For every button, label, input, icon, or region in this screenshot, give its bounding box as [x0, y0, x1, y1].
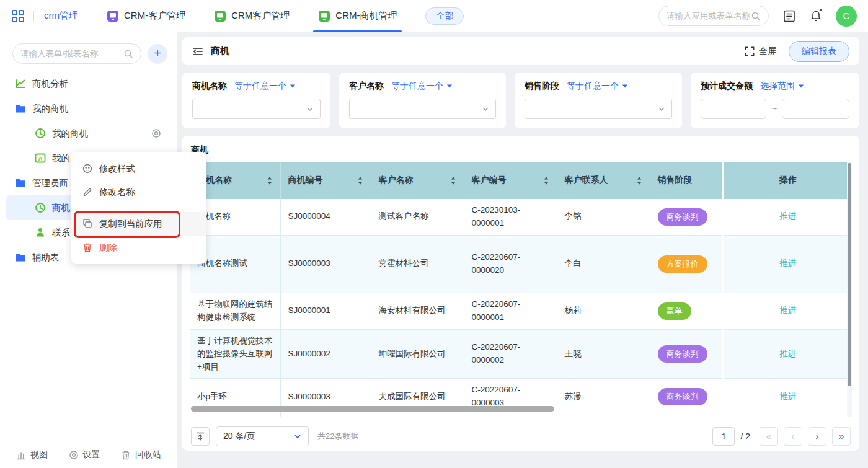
filter-card-1: 客户名称等于任意一个	[339, 73, 506, 128]
advance-link[interactable]: 推进	[780, 306, 797, 315]
action-cell: 推进	[723, 329, 852, 379]
sidebar-item-1[interactable]: 我的商机	[6, 96, 171, 121]
app-icon	[214, 10, 226, 22]
app-tab-2[interactable]: CRM客户管理	[214, 0, 290, 32]
total-pages-label: / 2	[740, 431, 750, 441]
app-tab-label: CRM客户管理	[231, 10, 290, 22]
collapse-sidebar-icon[interactable]	[192, 46, 203, 57]
customer-contact: 苏漫	[557, 379, 650, 415]
column-header-5[interactable]: 销售阶段	[650, 162, 723, 199]
total-count-label: 共22条数据	[317, 431, 358, 442]
column-header-inner: 商机编号	[288, 175, 363, 186]
sales-stage-cell: 商务谈判	[650, 329, 723, 379]
advance-link[interactable]: 推进	[780, 211, 797, 221]
filter-condition-dropdown[interactable]: 等于任意一个	[234, 81, 296, 92]
sidebar-item-label: 商机	[52, 202, 70, 214]
sort-icon	[636, 176, 642, 185]
column-header-label: 客户联系人	[565, 175, 608, 186]
gear-icon[interactable]	[151, 128, 161, 138]
sidebar-footer-0[interactable]: 视图	[16, 449, 48, 461]
sidebar-footer-1[interactable]: 设置	[69, 449, 100, 461]
topbar-right: 请输入应用或表单名称 C	[658, 6, 857, 27]
app-tab-3[interactable]: CRM-商机管理	[318, 0, 397, 32]
caret-down-icon	[622, 84, 628, 89]
filter-header: 客户名称等于任意一个	[349, 81, 496, 92]
column-header-6[interactable]: 操作	[723, 162, 852, 199]
advance-link[interactable]: 推进	[780, 392, 797, 401]
customer-contact: 杨莉	[557, 293, 650, 329]
column-header-4[interactable]: 客户联系人	[557, 162, 650, 199]
filter-condition-dropdown[interactable]: 等于任意一个	[391, 81, 453, 92]
user-avatar[interactable]: C	[836, 6, 857, 27]
filter-condition-dropdown[interactable]: 选择范围	[760, 81, 804, 92]
column-header-2[interactable]: 客户名称	[371, 162, 464, 199]
menu-item-3[interactable]: 删除	[71, 236, 206, 259]
column-header-label: 商机编号	[288, 175, 323, 186]
all-filter-pill[interactable]: 全部	[425, 7, 464, 25]
horizontal-scrollbar-thumb[interactable]	[191, 406, 554, 412]
opportunity-table: 商机名称商机编号客户名称客户编号客户联系人销售阶段操作 商机名称SJ000000…	[190, 162, 852, 417]
advance-link[interactable]: 推进	[780, 349, 797, 358]
pagination-bar: 20 条/页 共22条数据 1 / 2 «‹›»	[190, 426, 852, 446]
filter-value-select[interactable]	[525, 99, 672, 119]
opportunity-name: 基于计算机视觉技术的监控摄像头互联网+项目	[190, 329, 280, 379]
column-header-3[interactable]: 客户编号	[464, 162, 557, 199]
menu-item-2[interactable]: 复制到当前应用	[71, 212, 206, 236]
app-tab-1[interactable]: CRM-客户管理	[107, 0, 185, 32]
range-max-input[interactable]	[782, 99, 849, 119]
apps-grid-icon[interactable]	[11, 9, 25, 23]
filter-condition-label: 等于任意一个	[391, 81, 443, 92]
last-page-button[interactable]: »	[832, 427, 851, 446]
trash-icon	[121, 450, 131, 460]
filter-card-2: 销售阶段等于任意一个	[515, 73, 682, 128]
advance-link[interactable]: 推进	[780, 258, 797, 268]
fullscreen-button[interactable]: 全屏	[745, 46, 776, 57]
search-icon	[123, 49, 133, 59]
sidebar-footer-2[interactable]: 回收站	[121, 449, 161, 461]
caret-down-icon	[798, 84, 804, 89]
stage-badge: 商务谈判	[658, 388, 707, 405]
vertical-scrollbar[interactable]	[847, 162, 852, 417]
trash-icon	[82, 242, 92, 252]
column-header-inner: 客户编号	[472, 175, 549, 186]
customer-code: C-20220607-0000002	[464, 329, 557, 379]
app-tabs: crm管理CRM-客户管理CRM客户管理CRM-商机管理	[44, 0, 425, 32]
address-book-icon[interactable]	[782, 9, 796, 23]
opportunity-code: SJ0000003	[280, 235, 371, 293]
column-header-1[interactable]: 商机编号	[280, 162, 371, 199]
app-tab-label: CRM-客户管理	[124, 10, 185, 22]
app-tab-0[interactable]: crm管理	[44, 0, 78, 32]
prev-page-button[interactable]: ‹	[784, 427, 802, 446]
chevron-down-icon	[306, 105, 314, 113]
menu-item-1[interactable]: 修改名称	[71, 180, 206, 204]
column-header-label: 客户编号	[472, 175, 507, 186]
range-min-input[interactable]	[701, 99, 766, 119]
opportunity-code: SJ0000002	[280, 329, 371, 379]
sidebar-item-2[interactable]: 我的商机	[6, 121, 171, 146]
sidebar-item-label: 联系	[52, 227, 70, 239]
vertical-scrollbar-thumb[interactable]	[848, 163, 851, 386]
global-search-input[interactable]: 请输入应用或表单名称	[658, 6, 769, 26]
row-height-button[interactable]	[191, 427, 210, 446]
current-page-input[interactable]: 1	[712, 427, 735, 446]
customer-name: 测试客户名称	[371, 199, 464, 235]
sidebar-item-0[interactable]: 商机分析	[6, 71, 171, 96]
notification-bell-icon[interactable]	[810, 10, 822, 22]
svg-text:A: A	[38, 156, 43, 162]
first-page-button[interactable]: «	[760, 427, 778, 446]
table-row: 商机名称SJ0000004测试客户名称C-20230103-0000001李铭商…	[190, 199, 852, 235]
menu-item-0[interactable]: 修改样式	[71, 157, 206, 180]
next-page-button[interactable]: ›	[808, 427, 826, 446]
form-search-input[interactable]: 请输入表单/报表名称	[12, 43, 141, 64]
app-tab-label: crm管理	[44, 10, 78, 22]
filter-condition-dropdown[interactable]: 等于任意一个	[567, 81, 628, 92]
view-icon	[16, 450, 26, 460]
filter-value-select[interactable]	[192, 99, 321, 119]
page-size-select[interactable]: 20 条/页	[216, 426, 309, 446]
filter-value-select[interactable]	[349, 99, 496, 119]
app-icon	[318, 10, 330, 22]
edit-report-button[interactable]: 编辑报表	[789, 41, 849, 62]
add-form-button[interactable]: +	[148, 44, 167, 64]
column-header-inner: 客户联系人	[565, 175, 642, 186]
face-icon	[82, 164, 92, 174]
